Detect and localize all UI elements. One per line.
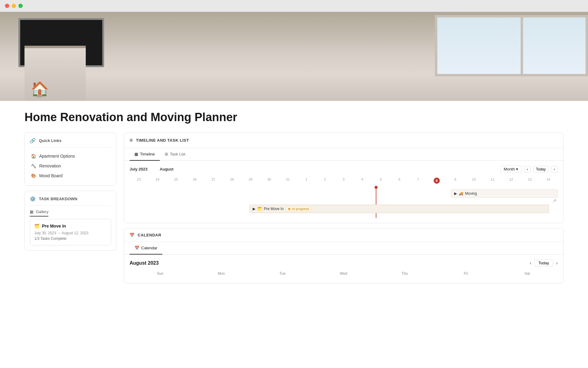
expand-icon: ▶ [454,191,457,196]
date-23: 23 [130,176,148,185]
day-sun: Sun [130,270,191,277]
task-card-title-text: Pre Move In [42,224,66,228]
hero-window-2 [521,15,588,76]
moving-task-label: Moving [465,191,477,196]
link-icon: 🔗 [30,138,36,144]
calendar-tab-icon: 📅 [134,246,139,250]
day-sat: Sat [496,270,558,277]
month-selector[interactable]: Month ▾ [500,166,522,173]
traffic-light-yellow[interactable] [12,4,16,8]
sidebar-item-apartment[interactable]: 🏠 Apartment Options [30,151,111,161]
calendar-panel-header: 📅 CALENDAR [124,228,563,242]
task-card-icon: 🗂️ [34,224,40,228]
month-selector-label: Month [504,167,515,171]
task-breakdown-card: ⚙️ TASK BREAKDOWN ▦ Gallery 🗂️ Pre Move … [24,191,116,251]
today-dot: 8 [434,178,440,184]
timeline-controls: July 2023 August Month ▾ ‹ Today › [130,166,558,173]
quick-links-label: Quick Links [39,138,62,143]
date-25: 25 [167,176,186,185]
timeline-panel-header: ≡ TIMELINE AND TASK LIST [124,133,563,148]
moodboard-icon: 🎨 [31,173,36,178]
home-icon: 🏠 [31,81,49,98]
timeline-next-btn[interactable]: › [551,166,558,173]
calendar-day-labels: Sun Mon Tue Wed Thu Fri Sat [130,270,558,277]
traffic-light-red[interactable] [5,4,9,8]
premovein-task-row: ▶ 🗂️ Pre Move In In progress [130,203,558,215]
calendar-area: August 2023 ‹ Today › Sun Mon Tue Wed Th… [124,255,563,283]
calendar-panel: 📅 CALENDAR 📅 Calendar August 2023 ‹ [124,228,564,283]
gallery-label[interactable]: ▦ Gallery [30,209,48,217]
date-1: 1 [297,176,316,185]
tab-timeline[interactable]: ▦ Timeline [130,148,160,161]
moving-task-icon: 🚚 [459,191,463,196]
task-breakdown-header: ⚙️ TASK BREAKDOWN [30,196,111,206]
tab-calendar[interactable]: 📅 Calendar [130,242,162,255]
day-mon: Mon [191,270,252,277]
date-13: 13 [520,176,539,185]
date-10: 10 [465,176,483,185]
sidebar-item-moodboard[interactable]: 🎨 Mood Board [30,171,111,181]
quick-links-card: 🔗 Quick Links 🏠 Apartment Options 🔨 Reno… [24,132,116,186]
date-6: 6 [390,176,409,185]
timeline-prev-btn[interactable]: ‹ [524,166,531,173]
renovation-label: Renovation [39,163,61,168]
sidebar-item-renovation[interactable]: 🔨 Renovation [30,161,111,171]
date-31: 31 [278,176,297,185]
month-july: July 2023 [130,167,148,171]
calendar-today-btn[interactable]: Today [534,259,553,266]
date-5: 5 [371,176,390,185]
tab-task-list[interactable]: ⊞ Task List [160,148,190,161]
moving-task-bar[interactable]: ▶ 🚚 Moving [451,189,558,198]
moodboard-label: Mood Board [39,173,62,178]
date-27: 27 [204,176,223,185]
timeline-tab-label: Timeline [140,152,155,156]
timeline-nav: Month ▾ ‹ Today › [500,166,558,173]
gallery-icon: ▦ [30,209,33,214]
date-26: 26 [185,176,204,185]
sidebar: 🔗 Quick Links 🏠 Apartment Options 🔨 Reno… [24,132,116,283]
timeline-grid: ▶ 🚚 Moving ↗ ▶ 🗂️ Pre [130,187,558,218]
month-august: August [160,167,174,171]
task-card-progress: 1/3 Tasks Complete [34,236,107,241]
today-button[interactable]: Today [533,166,548,173]
quick-links-header: 🔗 Quick Links [30,138,111,148]
hero-image: 🏠 [0,12,588,101]
timeline-header-label: TIMELINE AND TASK LIST [136,138,189,143]
timeline-area: July 2023 August Month ▾ ‹ Today › [124,161,563,223]
date-2: 2 [316,176,334,185]
day-wed: Wed [313,270,374,277]
pre-move-in-card: 🗂️ Pre Move In July 30, 2023 → August 12… [30,219,111,245]
date-row: 23 24 25 26 27 28 29 30 31 1 2 3 4 5 [130,176,558,185]
task-card-title: 🗂️ Pre Move In [34,224,107,228]
premovein-task-bar[interactable]: ▶ 🗂️ Pre Move In In progress [249,205,549,213]
calendar-prev-btn[interactable]: ‹ [530,260,531,266]
date-4: 4 [353,176,371,185]
calendar-next-btn[interactable]: › [556,260,558,266]
moving-task-row: ▶ 🚚 Moving [130,187,558,200]
gallery-text: Gallery [36,209,48,214]
task-breakdown-icon: ⚙️ [30,196,36,202]
date-28: 28 [223,176,241,185]
timeline-panel: ≡ TIMELINE AND TASK LIST ▦ Timeline ⊞ Ta… [124,132,564,223]
date-9: 9 [446,176,465,185]
premovein-expand-icon: ▶ [253,207,255,211]
day-tue: Tue [252,270,313,277]
task-list-tab-label: Task List [170,152,186,156]
timeline-tabs: ▦ Timeline ⊞ Task List [124,148,563,161]
main-grid: 🔗 Quick Links 🏠 Apartment Options 🔨 Reno… [24,132,564,283]
task-card-date: July 30, 2023 → August 12, 2023 [34,231,107,235]
date-3: 3 [334,176,353,185]
calendar-tabs: 📅 Calendar [124,242,563,255]
apartment-label: Apartment Options [39,154,75,159]
status-dot [288,208,290,210]
page-title: Home Renovation and Moving Planner [24,111,564,124]
calendar-header-icon: 📅 [130,233,135,237]
chevron-down-icon: ▾ [516,167,518,171]
calendar-header: August 2023 ‹ Today › [130,259,558,266]
date-11: 11 [483,176,502,185]
traffic-light-green[interactable] [18,4,23,8]
browser-chrome [0,0,588,12]
page-content: Home Renovation and Moving Planner 🔗 Qui… [0,101,588,293]
date-29: 29 [241,176,260,185]
date-14: 14 [539,176,558,185]
